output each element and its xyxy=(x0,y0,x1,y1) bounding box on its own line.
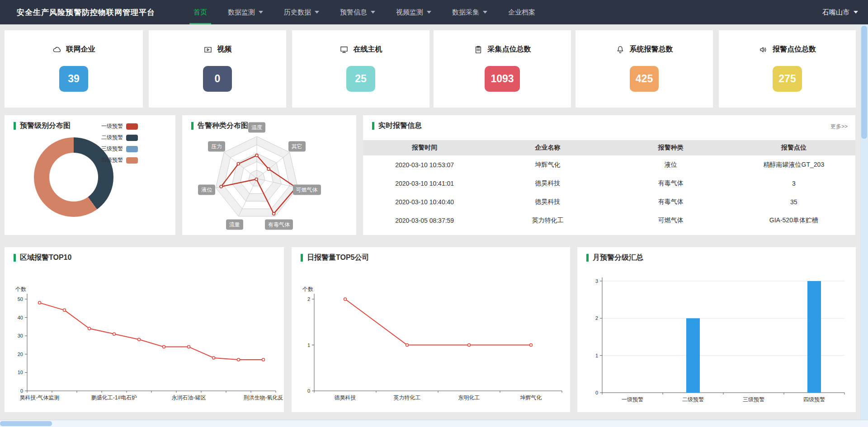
title-accent-bar xyxy=(372,122,374,130)
panel-title-text: 预警级别分布图 xyxy=(20,121,71,131)
table-row[interactable]: 2020-03-10 10:53:07坤辉气化液位精醇南罐液位GT_203 xyxy=(363,155,855,174)
panel-title: 区域报警TOP10 xyxy=(14,253,71,263)
stat-card-value-badge: 0 xyxy=(203,66,232,92)
table-row[interactable]: 2020-03-10 10:40:40德昊科技有毒气体35 xyxy=(363,192,855,211)
alarm-table-header: 报警时间企业名称报警种类报警点位 xyxy=(363,140,855,155)
y-tick-label: 30 xyxy=(18,333,23,338)
legend-item-3[interactable]: 四级预警 xyxy=(99,155,138,166)
y-axis-name: 个数 xyxy=(15,286,26,292)
title-accent-bar xyxy=(586,254,589,262)
data-point xyxy=(38,301,41,304)
stat-card-value-badge: 25 xyxy=(346,66,375,92)
legend-item-swatch xyxy=(126,157,138,164)
main-menu: 首页数据监测历史数据预警信息视频监测数据采集企业档案 xyxy=(183,0,546,24)
bell-icon xyxy=(616,45,625,54)
legend-item-0[interactable]: 一级预警 xyxy=(99,121,138,132)
stat-card-head: 在线主机 xyxy=(292,45,429,54)
clipboard-icon xyxy=(474,45,483,54)
y-tick-label: 3 xyxy=(595,278,598,284)
radar-data-point xyxy=(220,185,222,188)
nav-item-label: 首页 xyxy=(193,8,207,17)
horizontal-scrollbar[interactable] xyxy=(0,420,868,427)
y-tick-label: 0 xyxy=(307,388,310,394)
nav-item-6[interactable]: 企业档案 xyxy=(501,0,542,24)
dashboard-page: { "navbar": { "title": "安全生产风险预警防控物联网管理平… xyxy=(0,0,868,427)
radar-axis-label: 流量 xyxy=(226,220,243,230)
legend-item-label: 四级预警 xyxy=(99,156,123,164)
radar-axis-label: 温度 xyxy=(248,122,265,132)
panel-title: 实时报警信息 xyxy=(372,121,422,131)
nav-item-4[interactable]: 视频监测 xyxy=(389,0,438,24)
table-header-cell: 报警时间 xyxy=(363,144,486,152)
region-top10-panel: 区域报警TOP10 01020304050个数昊科技-气体监测鹏盛化工-1#电石… xyxy=(5,247,284,412)
vertical-scrollbar[interactable] xyxy=(860,25,868,421)
legend-item-1[interactable]: 二级预警 xyxy=(99,132,138,143)
nav-item-3[interactable]: 预警信息 xyxy=(333,0,382,24)
panel-title: 告警种类分布图 xyxy=(191,121,248,131)
stat-card-3: 采集点位总数1093 xyxy=(434,30,571,108)
more-link[interactable]: 更多>> xyxy=(830,123,848,131)
pie-legend: 一级预警二级预警三级预警四级预警 xyxy=(99,121,138,166)
monthly-levels-panel: 月预警分级汇总 0123一级预警二级预警三级预警四级预警 xyxy=(577,247,856,412)
legend-item-label: 一级预警 xyxy=(99,122,123,130)
stat-card-value-badge: 39 xyxy=(59,66,88,92)
y-tick-label: 1 xyxy=(307,343,310,348)
monthly-levels-bar-chart: 0123一级预警二级预警三级预警四级预警 xyxy=(577,247,856,412)
panel-title: 月预警分级汇总 xyxy=(586,253,643,263)
stat-card-head: 报警点位总数 xyxy=(719,45,856,54)
table-row[interactable]: 2020-03-10 10:41:01德昊科技有毒气体3 xyxy=(363,174,855,192)
vertical-scrollbar-thumb[interactable] xyxy=(861,26,867,139)
realtime-alarm-table: 2020-03-10 10:53:07坤辉气化液位精醇南罐液位GT_203202… xyxy=(363,155,855,230)
legend-item-swatch xyxy=(126,123,138,130)
title-accent-bar xyxy=(191,122,193,130)
nav-item-label: 历史数据 xyxy=(284,8,311,17)
panel-title-text: 区域报警TOP10 xyxy=(20,253,71,263)
app-title: 安全生产风险预警防控物联网管理平台 xyxy=(17,7,155,18)
legend-item-label: 二级预警 xyxy=(99,134,123,141)
table-header-cell: 企业名称 xyxy=(486,144,609,152)
nav-item-0[interactable]: 首页 xyxy=(187,0,214,24)
data-point xyxy=(188,346,190,348)
y-tick-label: 2 xyxy=(307,296,310,302)
horizontal-scrollbar-thumb[interactable] xyxy=(0,421,52,426)
x-tick-label: 英力特化工 xyxy=(394,394,421,401)
radar-svg xyxy=(182,115,356,235)
radar-data-point xyxy=(237,163,240,165)
region-top10-line-chart: 01020304050个数昊科技-气体监测鹏盛化工-1#电石炉永润石油-罐区荆洪… xyxy=(5,247,284,412)
nav-item-5[interactable]: 数据采集 xyxy=(445,0,494,24)
stat-card-head: 系统报警总数 xyxy=(576,45,713,54)
radar-data-point xyxy=(267,168,270,170)
legend-item-label: 三级预警 xyxy=(99,145,123,153)
stat-card-1: 视频0 xyxy=(149,30,286,108)
legend-item-2[interactable]: 三级预警 xyxy=(99,143,138,155)
radar-axis-label: 可燃气体 xyxy=(293,185,321,195)
x-tick-label: 永润石油-罐区 xyxy=(172,394,206,401)
alarm-level-pie-panel: 预警级别分布图 一级预警二级预警三级预警四级预警 xyxy=(5,115,175,235)
table-header-cell: 报警点位 xyxy=(732,144,855,152)
table-row[interactable]: 2020-03-05 08:37:59英力特化工可燃气体GIA-520单体贮槽 xyxy=(363,211,855,230)
daily-top5-line-chart: 012个数德昊科技英力特化工东明化工坤辉气化 xyxy=(292,247,570,412)
x-tick-label: 鹏盛化工-1#电石炉 xyxy=(91,394,137,401)
nav-item-1[interactable]: 数据监测 xyxy=(221,0,270,24)
radar-data-point xyxy=(273,212,275,215)
y-tick-label: 0 xyxy=(595,390,598,395)
nav-item-2[interactable]: 历史数据 xyxy=(277,0,326,24)
radar-axis-label: 压力 xyxy=(208,141,225,152)
table-cell: 2020-03-10 10:41:01 xyxy=(363,180,486,187)
table-cell: 德昊科技 xyxy=(486,198,609,206)
panel-title-text: 告警种类分布图 xyxy=(198,121,248,131)
table-cell: 有毒气体 xyxy=(609,179,732,188)
y-tick-label: 2 xyxy=(595,315,598,321)
panel-title: 日报警量TOP5公司 xyxy=(301,253,369,263)
top-navbar: 安全生产风险预警防控物联网管理平台 首页数据监测历史数据预警信息视频监测数据采集… xyxy=(0,0,868,24)
table-cell: GIA-520单体贮槽 xyxy=(732,216,855,225)
alarm-type-radar-chart: 温度其它可燃气体有毒气体流量液位压力 xyxy=(182,115,356,235)
region-selector[interactable]: 石嘴山市 xyxy=(822,8,858,17)
stat-card-head: 视频 xyxy=(149,45,286,54)
stat-card-label: 报警点位总数 xyxy=(773,45,816,54)
daily-top5-panel: 日报警量TOP5公司 012个数德昊科技英力特化工东明化工坤辉气化 xyxy=(292,247,570,412)
y-tick-label: 20 xyxy=(18,352,23,357)
nav-item-label: 数据监测 xyxy=(228,8,255,17)
nav-item-label: 预警信息 xyxy=(340,8,367,17)
stat-card-value-badge: 275 xyxy=(773,66,802,92)
